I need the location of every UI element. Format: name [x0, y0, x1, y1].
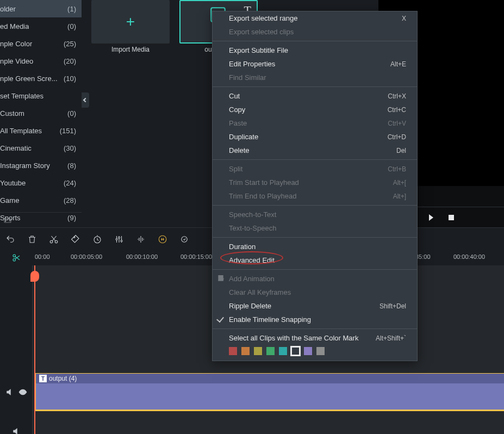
- color-swatch[interactable]: [279, 347, 287, 355]
- ctx-separator: [213, 159, 417, 160]
- media-sidebar: older (1) ed Media (0) nple Color (25) n…: [0, 0, 82, 227]
- sidebar-item-label: ed Media: [0, 22, 29, 30]
- color-swatch[interactable]: [241, 347, 250, 355]
- playhead-line[interactable]: [34, 265, 35, 434]
- ctx-item-export-selected-range[interactable]: Export selected rangeX: [213, 11, 417, 25]
- play-button[interactable]: [429, 214, 433, 221]
- sidebar-item-all-templates[interactable]: All Templates (151): [0, 122, 82, 139]
- ctx-item-shortcut: Ctrl+D: [388, 133, 406, 141]
- import-media-tile[interactable]: + Import Media: [91, 0, 170, 53]
- color-swatch[interactable]: [229, 347, 237, 355]
- audio-stretch-icon[interactable]: [158, 234, 167, 244]
- sidebar-item-count: (30): [64, 144, 76, 152]
- ctx-item-shortcut: Alt+Shift+`: [376, 334, 406, 342]
- scissors-icon[interactable]: [11, 253, 21, 263]
- collapse-sidebar-handle[interactable]: [82, 92, 89, 108]
- svg-point-3: [74, 237, 75, 238]
- sidebar-item-custom[interactable]: Custom (0): [0, 104, 82, 122]
- sidebar-item-folder[interactable]: older (1): [0, 0, 82, 17]
- ctx-item-label: Trim End to Playhead: [229, 192, 297, 200]
- ctx-item-shortcut: Ctrl+X: [388, 92, 406, 100]
- sidebar-item-label: Youtube: [0, 179, 26, 187]
- marker-icon[interactable]: [179, 234, 189, 244]
- ctx-item-shortcut: Ctrl+V: [388, 120, 406, 127]
- sidebar-item-count: (0): [67, 22, 76, 30]
- ctx-separator: [213, 237, 417, 238]
- ctx-item-export-subtitle-file[interactable]: Export Subtitle File: [213, 44, 417, 57]
- audio-beats-icon[interactable]: [136, 234, 146, 244]
- trash-icon[interactable]: [27, 234, 37, 244]
- ctx-item-advanced-edit[interactable]: Advanced Edit: [213, 253, 417, 267]
- ctx-item-duplicate[interactable]: DuplicateCtrl+D: [213, 130, 417, 144]
- sidebar-item-game[interactable]: Game (28): [0, 191, 82, 209]
- ctx-item-label: Export selected clips: [229, 28, 294, 36]
- stop-button[interactable]: [449, 215, 454, 220]
- sidebar-item-templates[interactable]: set Templates: [0, 87, 82, 104]
- ctx-item-label: Duration: [229, 243, 256, 251]
- sidebar-item-cinematic[interactable]: Cinematic (30): [0, 139, 82, 157]
- ctx-color-row: [213, 345, 417, 361]
- sidebar-item-label: older: [0, 5, 16, 13]
- ctx-item-label: Advanced Edit: [229, 256, 275, 264]
- import-media-thumb[interactable]: +: [91, 0, 170, 44]
- color-swatch[interactable]: [266, 347, 275, 355]
- ctx-item-enable-timeline-snapping[interactable]: Enable Timeline Snapping: [213, 313, 417, 326]
- sidebar-item-count: (20): [64, 57, 76, 65]
- ctx-item-ripple-delete[interactable]: Ripple DeleteShift+Del: [213, 299, 417, 313]
- playhead-handle[interactable]: [30, 271, 39, 282]
- color-swatch[interactable]: [291, 347, 300, 355]
- eye-icon[interactable]: [18, 388, 27, 396]
- undo-icon[interactable]: [5, 234, 15, 244]
- ctx-separator: [213, 328, 417, 329]
- color-swatch[interactable]: [304, 347, 312, 355]
- cut-icon[interactable]: [49, 234, 59, 244]
- sidebar-item-instagram[interactable]: Instagram Story (8): [0, 157, 82, 174]
- ctx-item-copy[interactable]: CopyCtrl+C: [213, 103, 417, 116]
- ctx-item-edit-properties[interactable]: Edit PropertiesAlt+E: [213, 57, 417, 71]
- new-folder-icon[interactable]: [3, 216, 12, 225]
- sidebar-item-youtube[interactable]: Youtube (24): [0, 174, 82, 191]
- ctx-separator: [213, 41, 417, 41]
- ctx-item-add-animation: Add Animation: [213, 272, 417, 286]
- track-head-video[interactable]: [0, 373, 33, 411]
- speaker-icon[interactable]: [5, 388, 14, 396]
- ctx-item-label: Text-to-Speech: [229, 224, 276, 232]
- sidebar-item-label: nple Green Scre...: [0, 75, 58, 83]
- sidebar-item-media[interactable]: ed Media (0): [0, 17, 82, 35]
- sidebar-item-label: Instagram Story: [0, 162, 50, 170]
- tag-icon[interactable]: [71, 234, 80, 244]
- ctx-item-label: Enable Timeline Snapping: [229, 315, 311, 324]
- ctx-item-cut[interactable]: CutCtrl+X: [213, 89, 417, 103]
- ctx-item-duration[interactable]: Duration: [213, 240, 417, 253]
- ctx-item-select-all-clips-with-the-same-color-mark[interactable]: Select all Clips with the Same Color Mar…: [213, 331, 417, 345]
- ctx-item-label: Export selected range: [229, 14, 297, 22]
- sidebar-item-green-screen[interactable]: nple Green Scre... (10): [0, 70, 82, 87]
- track-head-audio[interactable]: [0, 412, 33, 434]
- ctx-item-shortcut: Ctrl+B: [388, 165, 406, 173]
- sidebar-item-video[interactable]: nple Video (20): [0, 52, 82, 70]
- sidebar-item-count: (151): [60, 127, 76, 135]
- ctx-item-label: Export Subtitle File: [229, 46, 288, 54]
- ctx-item-paste: PasteCtrl+V: [213, 116, 417, 130]
- ctx-item-delete[interactable]: DeleteDel: [213, 144, 417, 157]
- color-swatch[interactable]: [316, 347, 325, 355]
- sidebar-item-count: (1): [67, 5, 76, 13]
- speaker-icon[interactable]: [12, 427, 21, 434]
- ruler-tick: 00:00:15:00: [181, 253, 212, 260]
- sidebar-item-color[interactable]: nple Color (25): [0, 35, 82, 52]
- color-swatch[interactable]: [254, 347, 262, 355]
- sidebar-item-label: nple Color: [0, 40, 32, 48]
- ctx-item-label: Speech-to-Text: [229, 210, 276, 219]
- speed-icon[interactable]: [92, 234, 102, 244]
- timeline-clip[interactable]: T output (4): [34, 373, 504, 411]
- sidebar-item-count: (10): [64, 75, 76, 83]
- ctx-item-label: Cut: [229, 92, 240, 100]
- text-clip-icon: T: [39, 375, 47, 382]
- sidebar-item-label: set Templates: [0, 92, 43, 100]
- ctx-item-text-to-speech: Text-to-Speech: [213, 221, 417, 235]
- sidebar-item-label: Game: [0, 196, 19, 204]
- ctx-item-split: SplitCtrl+B: [213, 162, 417, 176]
- ruler-tick: 00:00:40:00: [453, 253, 485, 260]
- adjust-icon[interactable]: [114, 234, 124, 244]
- svg-rect-9: [182, 236, 188, 242]
